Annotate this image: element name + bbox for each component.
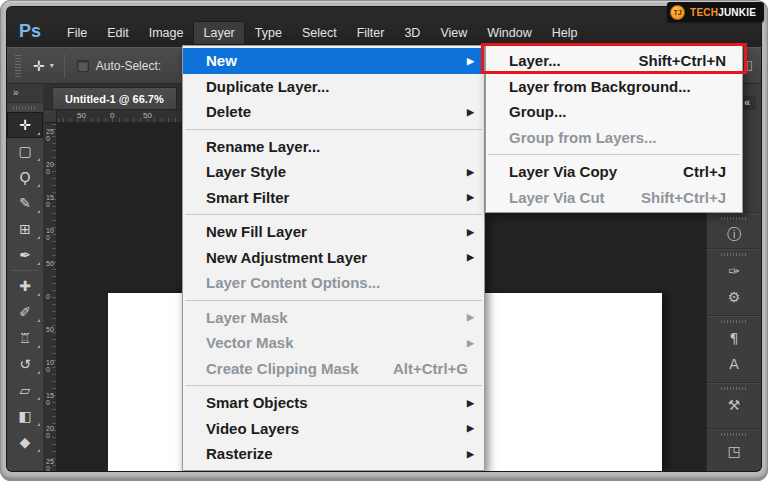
layer-menu: New▶Duplicate Layer...Delete▶Rename Laye…: [182, 45, 485, 471]
layer-menu-item-layer-content-options[interactable]: Layer Content Options...: [183, 270, 484, 296]
dock-section: ¶A: [707, 315, 761, 377]
v-ruler-label: 200: [46, 161, 54, 175]
blur-tool[interactable]: ◆: [7, 429, 43, 455]
techjunkie-watermark: TJ TECHJUNKIE: [667, 2, 764, 22]
brush-tool[interactable]: ✐: [7, 299, 43, 325]
submenu-arrow-icon: ▶: [467, 107, 474, 117]
menubar-item-help[interactable]: Help: [542, 21, 588, 45]
layer-menu-item-vector-mask[interactable]: Vector Mask▶: [183, 330, 484, 356]
h-ruler-label: 50: [143, 111, 152, 120]
watermark-brand-rest: JUNKIE: [718, 7, 756, 18]
v-ruler-label: 100: [46, 359, 54, 373]
document-tab[interactable]: Untitled-1 @ 66.7%: [52, 87, 177, 109]
dock-sections: ⓘ✑⚙¶A⚒◳: [707, 212, 761, 464]
layer-menu-item-smart-filter[interactable]: Smart Filter▶: [183, 185, 484, 211]
submenu-item-group-from-layers-label: Group from Layers...: [509, 129, 657, 146]
submenu-item-group[interactable]: Group...: [486, 99, 742, 125]
submenu-item-layer-via-copy-label: Layer Via Copy: [509, 163, 617, 180]
submenu-item-group-from-layers[interactable]: Group from Layers...: [486, 125, 742, 151]
menubar-item-3d[interactable]: 3D: [394, 21, 430, 45]
paint-bucket-tool[interactable]: ◧: [7, 403, 43, 429]
3d-panel-icon[interactable]: ◳: [707, 438, 761, 464]
layer-menu-item-new-fill-layer[interactable]: New Fill Layer▶: [183, 219, 484, 245]
toolbox: » ✛▢Ϙ✎⊞✒✚✐♖↺▱◧◆: [7, 84, 44, 471]
menubar-item-filter[interactable]: Filter: [347, 21, 395, 45]
tool-presets-panel-icon[interactable]: ⚙: [707, 284, 761, 310]
history-brush-tool[interactable]: ↺: [7, 351, 43, 377]
menubar-item-view[interactable]: View: [430, 21, 477, 45]
layer-menu-item-smart-objects[interactable]: Smart Objects▶: [183, 390, 484, 416]
layer-menu-item-layer-mask-label: Layer Mask: [206, 309, 288, 326]
toolbox-gripper[interactable]: [13, 106, 37, 110]
submenu-arrow-icon: ▶: [467, 423, 474, 433]
menubar-item-window[interactable]: Window: [477, 21, 541, 45]
menubar-item-file[interactable]: File: [57, 21, 97, 45]
menubar-item-select[interactable]: Select: [292, 21, 347, 45]
rectangular-marquee-tool[interactable]: ▢: [7, 138, 43, 164]
menubar-item-layer[interactable]: Layer: [193, 21, 244, 45]
watermark-brand-bold: TECH: [690, 7, 718, 18]
menubar-item-image[interactable]: Image: [139, 21, 194, 45]
clone-stamp-tool[interactable]: ♖: [7, 325, 43, 351]
move-tool[interactable]: ✛: [7, 112, 43, 138]
shortcut-label: Ctrl+J: [683, 163, 732, 180]
chevron-down-icon[interactable]: ▾: [50, 61, 54, 70]
submenu-arrow-icon: ▶: [467, 312, 474, 322]
menu-separator: [488, 154, 740, 155]
submenu-item-layer-via-copy[interactable]: Layer Via CopyCtrl+J: [486, 159, 742, 185]
extensions-panel-icon[interactable]: ⚒: [707, 392, 761, 418]
layer-menu-item-rasterize[interactable]: Rasterize▶: [183, 441, 484, 467]
layer-menu-item-layer-mask[interactable]: Layer Mask▶: [183, 305, 484, 331]
v-ruler-label: 0: [46, 293, 54, 300]
layer-menu-item-rename-layer[interactable]: Rename Layer...: [183, 134, 484, 160]
layer-menu-item-video-layers-label: Video Layers: [206, 420, 299, 437]
character-styles-panel-icon[interactable]: A: [707, 351, 761, 377]
layer-menu-item-new-adjustment-layer[interactable]: New Adjustment Layer▶: [183, 245, 484, 271]
submenu-item-layer-via-cut[interactable]: Layer Via CutShift+Ctrl+J: [486, 185, 742, 211]
layer-menu-item-video-layers[interactable]: Video Layers▶: [183, 416, 484, 442]
info-panel-icon[interactable]: ⓘ: [707, 222, 761, 248]
menubar-item-type[interactable]: Type: [245, 21, 292, 45]
tool-group-divider: [11, 270, 39, 271]
toolbox-collapse-button[interactable]: »: [7, 84, 43, 103]
options-bar-gripper[interactable]: [15, 55, 21, 77]
brush-panel-icon[interactable]: ✑: [707, 258, 761, 284]
layer-menu-item-layer-style[interactable]: Layer Style▶: [183, 159, 484, 185]
ruler-corner: [44, 110, 57, 123]
layer-menu-item-duplicate-layer-label: Duplicate Layer...: [206, 78, 329, 95]
layer-menu-item-delete[interactable]: Delete▶: [183, 99, 484, 125]
auto-select-checkbox[interactable]: [77, 60, 89, 72]
layer-menu-item-layer-content-options-label: Layer Content Options...: [206, 274, 380, 291]
submenu-arrow-icon: ▶: [467, 192, 474, 202]
dock-section: ⓘ: [707, 212, 761, 248]
h-ruler-label: 50: [77, 111, 86, 120]
auto-select-label: Auto-Select:: [96, 59, 161, 73]
eyedropper-tool[interactable]: ✒: [7, 242, 43, 268]
submenu-arrow-icon: ▶: [467, 56, 474, 66]
submenu-arrow-icon: ▶: [467, 449, 474, 459]
layer-menu-item-vector-mask-label: Vector Mask: [206, 334, 294, 351]
highlight-box: [481, 43, 747, 74]
dock-section: ⚒: [707, 382, 761, 418]
photoshop-logo: Ps: [19, 20, 41, 42]
submenu-arrow-icon: ▶: [467, 252, 474, 262]
layer-menu-item-layer-style-label: Layer Style: [206, 163, 286, 180]
shortcut-label: Alt+Ctrl+G: [393, 360, 474, 377]
lasso-tool[interactable]: Ϙ: [7, 164, 43, 190]
quick-selection-tool[interactable]: ✎: [7, 190, 43, 216]
layer-menu-item-smart-objects-label: Smart Objects: [206, 394, 308, 411]
layer-menu-item-rasterize-label: Rasterize: [206, 445, 273, 462]
spot-healing-brush-tool[interactable]: ✚: [7, 273, 43, 299]
v-ruler-label: 150: [46, 194, 54, 208]
layer-menu-item-duplicate-layer[interactable]: Duplicate Layer...: [183, 74, 484, 100]
crop-tool[interactable]: ⊞: [7, 216, 43, 242]
layer-menu-item-delete-label: Delete: [206, 103, 251, 120]
submenu-item-layer-from-background[interactable]: Layer from Background...: [486, 74, 742, 100]
h-ruler-label: 0: [110, 111, 114, 120]
menubar-item-edit[interactable]: Edit: [97, 21, 139, 45]
layer-menu-item-new[interactable]: New▶: [183, 48, 484, 74]
eraser-tool[interactable]: ▱: [7, 377, 43, 403]
paragraph-styles-panel-icon[interactable]: ¶: [707, 325, 761, 351]
layer-menu-item-create-clipping-mask[interactable]: Create Clipping MaskAlt+Ctrl+G: [183, 356, 484, 382]
v-ruler-label: 200: [46, 425, 54, 439]
